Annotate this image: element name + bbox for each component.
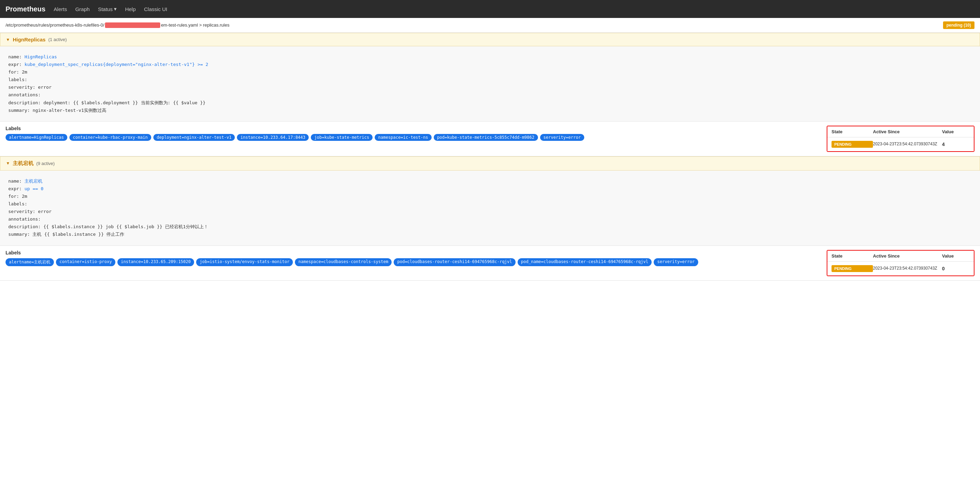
navbar-brand[interactable]: Prometheus [6, 5, 46, 13]
rule1-labels-label: labels: [8, 77, 27, 82]
section2-labels-state: Labels alertname=主机宕机container=istio-pro… [0, 246, 980, 281]
rule1-summary-value: nginx-alter-test-v1实例数过高 [32, 108, 107, 113]
label-tag: instance=10.233.65.209:15020 [118, 258, 194, 266]
section1-state-badge: PENDING [832, 141, 873, 148]
label-tag: namespace=cloudbases-controls-system [295, 258, 391, 266]
rule1-annotations-label: annotations: [8, 92, 41, 97]
section1-count: (1 active) [48, 37, 67, 42]
section2-header[interactable]: ▼ 主机宕机 (9 active) [0, 156, 980, 171]
rule2-labels-label: labels: [8, 201, 27, 206]
section2-header-value: Value [942, 253, 970, 259]
label-tag: namespace=ic-test-ns [375, 134, 432, 141]
section1-labels-left: Labels alertname=HignReplicascontainer=k… [6, 126, 827, 141]
section2-label-tags: alertname=主机宕机container=istio-proxyinsta… [6, 258, 827, 266]
section1-header-value: Value [942, 129, 970, 134]
rule2-annotations-label: annotations: [8, 216, 41, 222]
nav-help[interactable]: Help [125, 4, 136, 14]
section2-title: 主机宕机 [13, 160, 33, 167]
nav-graph[interactable]: Graph [75, 4, 90, 14]
rule1-serverity-value: error [38, 84, 51, 90]
rule2-summary-label: summary: [8, 232, 30, 237]
section1-active-since: 2023-04-23T23:54:42.073930743Z [873, 141, 942, 147]
section2-count: (9 active) [36, 161, 54, 166]
rule1-name-value: HignReplicas [24, 54, 57, 59]
section1-header[interactable]: ▼ HignReplicas (1 active) [0, 33, 980, 46]
label-tag: instance=10.233.64.17:8443 [237, 134, 309, 141]
rule1-for-value: 2m [22, 70, 27, 75]
section2-labels-title: Labels [6, 250, 827, 255]
nav-classic-ui[interactable]: Classic UI [144, 4, 167, 14]
section1-state-header: State Active Since Value [827, 126, 974, 137]
nav-status-dropdown[interactable]: Status ▾ [98, 6, 117, 12]
label-tag: job=kube-state-metrics [311, 134, 372, 141]
label-tag: serverity=error [540, 134, 584, 141]
section1-state-right: State Active Since Value PENDING 2023-04… [827, 126, 974, 152]
section1-label-tags: alertname=HignReplicascontainer=kube-rba… [6, 134, 827, 141]
label-tag: pod=cloudbases-router-ceshi14-694765968c… [394, 258, 515, 266]
rule2-serverity-value: error [38, 209, 51, 214]
path-bar: /etc/prometheus/rules/prometheus-k8s-rul… [0, 18, 980, 33]
rule2-for-label: for: [8, 194, 19, 199]
section2-value: 0 [942, 266, 970, 271]
chevron-down-icon: ▾ [114, 6, 117, 12]
section2-active-since: 2023-04-23T23:54:42.073930743Z [873, 265, 942, 271]
rule1-serverity-label: serverity: [8, 84, 35, 90]
rule1-expr-value: kube_deployment_spec_replicas{deployment… [24, 62, 208, 67]
pending-badge: pending (10) [943, 21, 974, 29]
label-tag: container=kube-rbac-proxy-main [69, 134, 151, 141]
label-tag: job=istio-system/envoy-stats-monitor [196, 258, 293, 266]
section1-header-active-since: Active Since [873, 129, 942, 134]
section2-header-active-since: Active Since [873, 253, 942, 259]
rule1-expr-label: expr: [8, 62, 22, 67]
rule1-description-value: deplyment: {{ $labels.deployment }} 当前实例… [43, 100, 205, 105]
navbar: Prometheus Alerts Graph Status ▾ Help Cl… [0, 0, 980, 18]
label-tag: pod=kube-state-metrics-5c855c74dd-m9862 [434, 134, 538, 141]
path-text: /etc/prometheus/rules/prometheus-k8s-rul… [6, 22, 229, 28]
rule2-description-value: {{ $labels.instance }} job {{ $labels.jo… [43, 224, 208, 229]
section1-state-box: State Active Since Value PENDING 2023-04… [827, 126, 974, 152]
label-tag: deployment=nginx-alter-test-v1 [153, 134, 235, 141]
section2-header-state: State [832, 253, 873, 259]
section1-rule-detail: name: HignReplicas expr: kube_deployment… [0, 46, 980, 122]
rule2-serverity-label: serverity: [8, 209, 35, 214]
section2-state-badge: PENDING [832, 265, 873, 272]
rule2-name-label: name: [8, 178, 22, 184]
label-tag: alertname=HignReplicas [6, 134, 67, 141]
section1-header-state: State [832, 129, 873, 134]
label-tag: alertname=主机宕机 [6, 258, 54, 266]
label-tag: container=istio-proxy [56, 258, 115, 266]
section2-state-header: State Active Since Value [827, 251, 974, 262]
rule2-description-label: description: [8, 224, 41, 229]
label-tag: pod_name=cloudbases-router-ceshi14-69476… [518, 258, 652, 266]
chevron-icon-2: ▼ [6, 161, 10, 166]
rule2-name-value: 主机宕机 [24, 178, 43, 184]
section2-state-row: PENDING 2023-04-23T23:54:42.073930743Z 0 [827, 262, 974, 276]
chevron-icon-1: ▼ [6, 37, 10, 42]
section2-state-right: State Active Since Value PENDING 2023-04… [827, 250, 974, 276]
section1-state-row: PENDING 2023-04-23T23:54:42.073930743Z 4 [827, 137, 974, 151]
section1-labels-title: Labels [6, 126, 827, 131]
section1-value: 4 [942, 141, 970, 147]
label-tag: serverity=error [654, 258, 698, 266]
section1-title: HignReplicas [13, 36, 46, 43]
rule1-for-label: for: [8, 70, 19, 75]
redacted-path [105, 22, 160, 28]
rule2-summary-value: 主机 {{ $labels.instance }} 停止工作 [32, 232, 124, 237]
section2-rule-detail: name: 主机宕机 expr: up == 0 for: 2m labels:… [0, 171, 980, 246]
section2-labels-left: Labels alertname=主机宕机container=istio-pro… [6, 250, 827, 266]
section2-state-box: State Active Since Value PENDING 2023-04… [827, 250, 974, 276]
rule1-summary-label: summary: [8, 108, 30, 113]
rule1-description-label: description: [8, 100, 41, 105]
nav-alerts[interactable]: Alerts [54, 4, 67, 14]
rule2-expr-value: up == 0 [24, 186, 43, 191]
rule2-expr-label: expr: [8, 186, 22, 191]
rule2-for-value: 2m [22, 194, 27, 199]
rule1-name-label: name: [8, 54, 22, 59]
section1-labels-state: Labels alertname=HignReplicascontainer=k… [0, 122, 980, 156]
